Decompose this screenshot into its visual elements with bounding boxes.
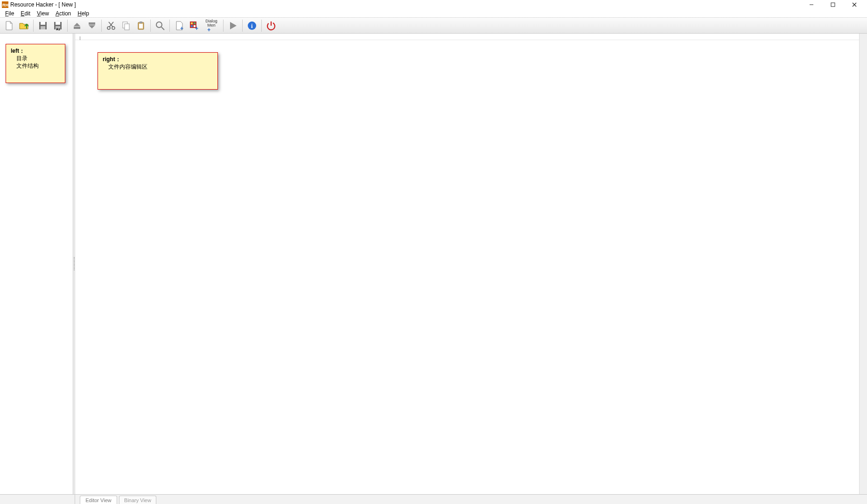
svg-rect-30 bbox=[194, 22, 196, 24]
editor-body[interactable]: right： 文件内容编辑区 bbox=[75, 40, 859, 494]
annotation-left-head: left： bbox=[11, 47, 60, 55]
svg-rect-24 bbox=[139, 24, 143, 28]
annotation-right-head: right： bbox=[103, 56, 213, 63]
main-area: left： 目录 文件结构 right： 文件内容编辑区 bbox=[0, 34, 867, 494]
menu-action[interactable]: Action bbox=[52, 10, 74, 17]
annotation-left-line2: 文件结构 bbox=[11, 62, 60, 70]
maximize-button[interactable] bbox=[822, 0, 844, 9]
app-icon: RH bbox=[2, 1, 8, 8]
svg-rect-9 bbox=[41, 26, 45, 29]
titlebar: RH Resource Hacker - [ New ] bbox=[0, 0, 867, 9]
editor-ruler bbox=[75, 34, 859, 40]
statusbar: Editor View Binary View bbox=[0, 494, 867, 504]
about-button[interactable]: i bbox=[245, 19, 259, 33]
save-button[interactable] bbox=[36, 19, 50, 33]
run-script-button[interactable] bbox=[226, 19, 240, 33]
toolbar: As + + Dialog Men+ bbox=[0, 18, 867, 34]
svg-line-26 bbox=[161, 27, 164, 30]
svg-text:RH: RH bbox=[2, 3, 8, 7]
svg-text:+: + bbox=[195, 25, 198, 31]
svg-rect-11 bbox=[56, 22, 60, 25]
svg-rect-23 bbox=[140, 21, 142, 23]
search-button[interactable] bbox=[153, 19, 167, 33]
copy-button[interactable] bbox=[119, 19, 133, 33]
svg-text:+: + bbox=[180, 25, 183, 31]
open-file-button[interactable] bbox=[17, 19, 31, 33]
minimize-button[interactable] bbox=[801, 0, 822, 9]
tab-binary-view-label: Binary View bbox=[124, 497, 151, 503]
import-resource-button[interactable] bbox=[70, 19, 84, 33]
save-as-button[interactable]: As bbox=[51, 19, 65, 33]
annotation-right-note: right： 文件内容编辑区 bbox=[98, 52, 218, 90]
close-button[interactable] bbox=[844, 0, 865, 9]
statusbar-left-cell bbox=[0, 495, 75, 504]
exit-button[interactable] bbox=[264, 19, 278, 33]
svg-point-25 bbox=[156, 22, 162, 28]
window-controls bbox=[801, 0, 865, 9]
paste-button[interactable] bbox=[134, 19, 148, 33]
bottom-tabstrip: Editor View Binary View bbox=[75, 495, 867, 504]
menu-help[interactable]: Help bbox=[74, 10, 92, 17]
svg-text:As: As bbox=[56, 28, 60, 31]
export-resource-button[interactable] bbox=[85, 19, 99, 33]
new-file-button[interactable] bbox=[2, 19, 16, 33]
tab-editor-view[interactable]: Editor View bbox=[80, 496, 117, 504]
add-binary-resource-button[interactable]: + bbox=[187, 19, 201, 33]
add-script-button[interactable]: + bbox=[172, 19, 186, 33]
menu-edit[interactable]: Edit bbox=[17, 10, 34, 17]
svg-rect-31 bbox=[191, 25, 193, 27]
cut-button[interactable] bbox=[104, 19, 118, 33]
svg-rect-15 bbox=[89, 22, 95, 25]
annotation-left-note: left： 目录 文件结构 bbox=[6, 44, 65, 83]
menu-file[interactable]: File bbox=[2, 10, 17, 17]
menu-view[interactable]: View bbox=[34, 10, 52, 17]
vertical-scrollbar[interactable] bbox=[859, 34, 867, 494]
annotation-left-line1: 目录 bbox=[11, 55, 60, 62]
add-dialog-menu-button[interactable]: Dialog Men+ bbox=[202, 19, 221, 33]
annotation-right-line1: 文件内容编辑区 bbox=[103, 63, 213, 70]
tab-editor-view-label: Editor View bbox=[85, 497, 111, 503]
svg-rect-14 bbox=[74, 27, 80, 29]
svg-text:i: i bbox=[251, 22, 253, 29]
tree-pane[interactable]: left： 目录 文件结构 bbox=[0, 34, 73, 494]
svg-rect-21 bbox=[125, 24, 129, 30]
svg-rect-29 bbox=[191, 22, 193, 24]
window-title: Resource Hacker - [ New ] bbox=[10, 1, 76, 8]
editor-pane: right： 文件内容编辑区 bbox=[75, 34, 867, 494]
svg-rect-3 bbox=[831, 3, 835, 7]
svg-rect-8 bbox=[41, 22, 45, 25]
tab-binary-view[interactable]: Binary View bbox=[119, 496, 156, 504]
menubar: File Edit View Action Help bbox=[0, 9, 867, 18]
